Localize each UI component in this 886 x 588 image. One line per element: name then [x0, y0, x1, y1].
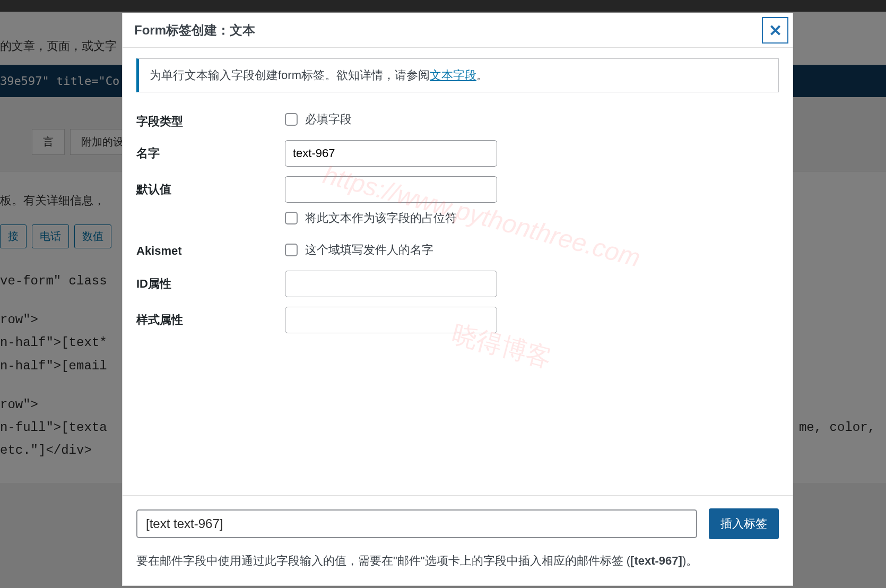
- name-row: 名字: [136, 140, 779, 167]
- placeholder-option[interactable]: 将此文本作为该字段的占位符: [285, 207, 779, 229]
- shortcode-output[interactable]: [136, 509, 697, 538]
- mail-tag: [text-967]: [630, 554, 682, 567]
- class-attr-input[interactable]: [285, 307, 497, 333]
- modal-title: Form标签创建：文本: [134, 22, 255, 39]
- placeholder-checkbox[interactable]: [285, 212, 298, 224]
- footer-action-row: 插入标签: [136, 508, 779, 539]
- required-label: 必填字段: [305, 111, 352, 127]
- insert-tag-button[interactable]: 插入标签: [709, 508, 779, 539]
- close-icon: ✕: [769, 21, 782, 40]
- modal-footer: 插入标签 要在邮件字段中使用通过此字段输入的值，需要在"邮件"选项卡上的字段中插…: [123, 495, 793, 585]
- info-notice: 为单行文本输入字段创建form标签。欲知详情，请参阅文本字段。: [136, 58, 779, 92]
- required-checkbox[interactable]: [285, 113, 298, 126]
- modal-body: 为单行文本输入字段创建form标签。欲知详情，请参阅文本字段。 字段类型 必填字…: [123, 48, 793, 495]
- id-attr-label: ID属性: [136, 271, 285, 292]
- id-attr-input[interactable]: [285, 271, 497, 297]
- form-fields: 字段类型 必填字段 名字 默认值: [136, 108, 779, 333]
- akismet-checkbox[interactable]: [285, 244, 298, 256]
- default-value-label: 默认值: [136, 176, 285, 197]
- name-label: 名字: [136, 140, 285, 161]
- close-button[interactable]: ✕: [762, 17, 788, 44]
- akismet-row: Akismet 这个域填写发件人的名字: [136, 239, 779, 261]
- field-type-row: 字段类型 必填字段: [136, 108, 779, 131]
- placeholder-label: 将此文本作为该字段的占位符: [305, 210, 457, 226]
- akismet-label: Akismet: [136, 239, 285, 258]
- akismet-sender-option[interactable]: 这个域填写发件人的名字: [285, 239, 779, 261]
- name-input[interactable]: [285, 140, 497, 167]
- class-attr-label: 样式属性: [136, 307, 285, 328]
- required-field-option[interactable]: 必填字段: [285, 108, 779, 131]
- text-field-docs-link[interactable]: 文本字段: [430, 68, 476, 82]
- id-attr-row: ID属性: [136, 271, 779, 297]
- default-value-input[interactable]: [285, 176, 497, 203]
- footer-note: 要在邮件字段中使用通过此字段输入的值，需要在"邮件"选项卡上的字段中插入相应的邮…: [136, 551, 779, 570]
- form-tag-generator-modal: Form标签创建：文本 ✕ 为单行文本输入字段创建form标签。欲知详情，请参阅…: [122, 13, 793, 586]
- default-value-row: 默认值 将此文本作为该字段的占位符: [136, 176, 779, 229]
- field-type-label: 字段类型: [136, 108, 285, 129]
- class-attr-row: 样式属性: [136, 307, 779, 333]
- modal-header: Form标签创建：文本 ✕: [123, 13, 793, 48]
- akismet-sender-label: 这个域填写发件人的名字: [305, 242, 433, 258]
